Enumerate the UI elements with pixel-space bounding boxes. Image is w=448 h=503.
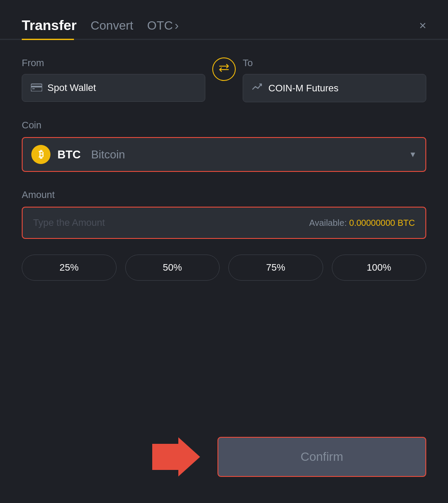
amount-input-box[interactable]: Type the Amount Available: 0.00000000 BT… [22, 207, 426, 239]
coin-section: Coin ₿ BTC Bitcoin ▼ [22, 120, 426, 172]
tab-transfer[interactable]: Transfer [22, 17, 77, 34]
available-display: Available: 0.00000000 BTC [309, 218, 415, 228]
swap-container [205, 57, 243, 86]
arrow-indicator [152, 437, 200, 476]
amount-placeholder: Type the Amount [33, 217, 105, 228]
coin-label: Coin [22, 120, 426, 131]
futures-icon [252, 82, 263, 94]
tab-otc-label: OTC [147, 19, 173, 33]
confirm-button[interactable]: Confirm [217, 437, 426, 477]
from-section: From Spot Wallet [22, 57, 205, 102]
to-label: To [243, 57, 426, 69]
available-value: 0.00000000 BTC [349, 218, 415, 228]
amount-section: Amount Type the Amount Available: 0.0000… [22, 189, 426, 239]
svg-rect-0 [31, 84, 42, 91]
available-label: Available: [309, 218, 347, 228]
amount-label: Amount [22, 189, 426, 201]
modal-header: Transfer Convert OTC › × [22, 17, 426, 34]
coin-symbol: BTC [57, 148, 80, 161]
arrow-right-icon [152, 437, 200, 476]
spacer [22, 307, 426, 437]
from-wallet-name: Spot Wallet [47, 82, 96, 94]
pct-75-button[interactable]: 75% [228, 255, 323, 281]
wallet-card-icon [31, 83, 42, 94]
pct-50-button[interactable]: 50% [125, 255, 220, 281]
pct-100-button[interactable]: 100% [332, 255, 427, 281]
from-wallet-selector[interactable]: Spot Wallet [22, 74, 205, 102]
transfer-modal: Transfer Convert OTC › × From Spot Walle… [0, 0, 448, 503]
tab-convert[interactable]: Convert [90, 19, 133, 33]
from-to-row: From Spot Wallet [22, 57, 426, 102]
svg-rect-2 [32, 88, 35, 89]
svg-rect-1 [31, 86, 42, 87]
to-wallet-name: COIN-M Futures [268, 83, 338, 94]
close-button[interactable]: × [419, 20, 426, 32]
from-label: From [22, 57, 205, 69]
btc-icon: ₿ [31, 145, 50, 164]
confirm-area: Confirm [22, 437, 426, 477]
to-wallet-selector[interactable]: COIN-M Futures [243, 74, 426, 102]
otc-chevron-icon: › [174, 19, 178, 33]
tab-otc[interactable]: OTC › [147, 19, 178, 33]
pct-25-button[interactable]: 25% [22, 255, 117, 281]
swap-button[interactable] [212, 57, 236, 81]
percentage-row: 25% 50% 75% 100% [22, 255, 426, 281]
coin-selector[interactable]: ₿ BTC Bitcoin ▼ [22, 137, 426, 172]
swap-icon [218, 64, 230, 75]
coin-chevron-icon: ▼ [409, 150, 417, 159]
svg-marker-3 [152, 437, 200, 476]
to-section: To COIN-M Futures [243, 57, 426, 102]
tab-underline [0, 39, 448, 40]
coin-name: Bitcoin [91, 148, 125, 161]
